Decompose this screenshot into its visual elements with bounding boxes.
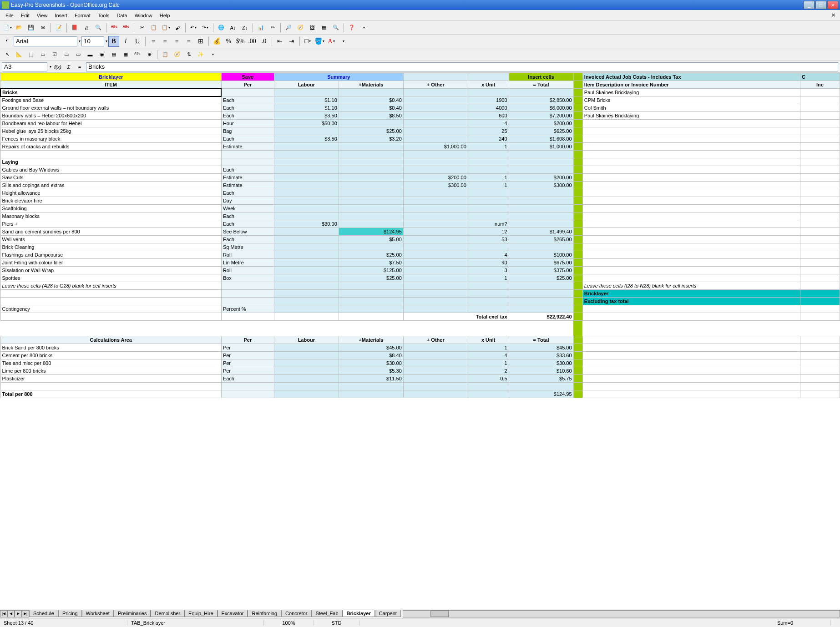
edit-file-button[interactable]: 📝 [53, 22, 64, 33]
option-button[interactable]: ◉ [96, 49, 107, 60]
undo-button[interactable]: ↶▾ [188, 22, 199, 33]
open-button[interactable]: 📂 [14, 22, 25, 33]
data-row[interactable]: Brick CleaningSq Metre [0, 243, 840, 251]
insert-cells-button[interactable]: Insert cells [509, 73, 573, 81]
align-left-button[interactable]: ≡ [148, 36, 159, 47]
data-row[interactable]: PlasticizerEach$11.500.5$5.75 [0, 375, 840, 383]
data-row[interactable]: Piers +Each$30.00num? [0, 220, 840, 228]
bricklayer-header[interactable]: Bricklayer [0, 73, 221, 81]
data-row[interactable]: Gables and Bay WindowsEach [0, 166, 840, 174]
data-row[interactable]: Brick elevator hireDay [0, 197, 840, 205]
gallery-button[interactable]: 🖼 [307, 22, 318, 33]
pushbutton-button[interactable]: ▬ [85, 49, 96, 60]
save-header-button[interactable]: Save [221, 73, 274, 81]
first-sheet-button[interactable]: |◀ [0, 610, 7, 617]
new-button[interactable]: 📄▾ [2, 22, 13, 33]
data-row[interactable]: Footings and BaseEach$1.10$0.401900$2,85… [0, 96, 840, 104]
pdf-button[interactable]: 📕 [69, 22, 80, 33]
more-controls-button[interactable]: ⊕ [144, 49, 155, 60]
leave-cells-note[interactable]: Leave these cells (A28 to G28) blank for… [0, 282, 221, 290]
laying-section[interactable]: Laying [0, 158, 221, 166]
currency-button[interactable]: 💰 [211, 36, 222, 47]
menu-data[interactable]: Data [113, 11, 131, 20]
leave-cells-note-2[interactable]: Leave these cells (I28 to N28) blank for… [582, 282, 800, 290]
menu-view[interactable]: View [33, 11, 51, 20]
summary-header-button[interactable]: Summary [274, 73, 403, 81]
data-row[interactable]: Brick Sand per 800 bricksPer$45.001$45.0… [0, 344, 840, 352]
data-row[interactable]: Saw CutsEstimate$200.001$200.00 [0, 174, 840, 182]
menu-file[interactable]: File [2, 11, 17, 20]
data-row[interactable]: Ties and misc per 800Per$30.001$30.00 [0, 359, 840, 367]
menu-help[interactable]: Help [156, 11, 174, 20]
mode-status[interactable]: STD [314, 620, 359, 626]
label-button[interactable]: ᴬᴮᶜ [132, 49, 143, 60]
close-button[interactable]: ✕ [827, 1, 838, 9]
spreadsheet-grid[interactable]: Bricklayer Save Summary Insert cells Inv… [0, 73, 840, 609]
data-row[interactable]: Repairs of cracks and rebuildsEstimate$1… [0, 143, 840, 151]
sum-button[interactable]: Σ [64, 62, 73, 71]
find-button[interactable]: 🔎 [283, 22, 294, 33]
listbox-button[interactable]: ▤ [108, 49, 119, 60]
checkbox-button[interactable]: ☑ [49, 49, 60, 60]
prev-sheet-button[interactable]: ◀ [7, 610, 15, 617]
spellcheck-button[interactable]: ᴬᴮᶜ [109, 22, 120, 33]
toolbar-more[interactable]: ▾ [358, 22, 369, 33]
cell-ref-dropdown[interactable]: ▾ [50, 65, 51, 69]
sheet-tab-worksheet[interactable]: Worksheet [82, 610, 114, 617]
decrease-indent-button[interactable]: ⇤ [274, 36, 285, 47]
menu-tools[interactable]: Tools [94, 11, 113, 20]
form-button[interactable]: ▭ [37, 49, 48, 60]
standard-format-button[interactable]: $% [235, 36, 246, 47]
data-row[interactable]: Ground floor external walls – not bounda… [0, 104, 840, 112]
textbox-button[interactable]: ▭ [61, 49, 72, 60]
data-row[interactable]: ScaffoldingWeek [0, 205, 840, 212]
data-row[interactable]: Sisalation or Wall WrapRoll$125.003$375.… [0, 267, 840, 274]
formatted-field-button[interactable]: ▭ [73, 49, 84, 60]
save-button[interactable]: 💾 [25, 22, 36, 33]
data-row[interactable]: Boundary walls – Hebel 200x600x200Each$3… [0, 112, 840, 120]
cell-reference-input[interactable] [2, 62, 47, 71]
increase-indent-button[interactable]: ⇥ [286, 36, 297, 47]
form-nav-button[interactable]: 🧭 [172, 49, 182, 60]
add-decimal-button[interactable]: .00 [247, 36, 258, 47]
sheet-tab-reinforcing[interactable]: Reinforcing [248, 610, 281, 617]
borders-button[interactable]: □▾ [302, 36, 313, 47]
menu-format[interactable]: Format [71, 11, 94, 20]
cut-button[interactable]: ✂ [137, 22, 147, 33]
function-wizard-button[interactable]: f(x) [53, 62, 62, 71]
last-sheet-button[interactable]: ▶| [22, 610, 29, 617]
email-button[interactable]: ✉ [37, 22, 48, 33]
zoom-status[interactable]: 100% [264, 620, 314, 626]
preview-button[interactable]: 🔍 [93, 22, 104, 33]
font-name-select[interactable] [14, 36, 77, 46]
redo-button[interactable]: ↷▾ [200, 22, 211, 33]
font-color-button[interactable]: A▾ [326, 36, 337, 47]
print-button[interactable]: 🖨 [81, 22, 92, 33]
navigator-button[interactable]: 🧭 [295, 22, 306, 33]
total-per-800[interactable]: Total per 800 [0, 390, 221, 398]
styles-button[interactable]: ¶ [2, 36, 13, 47]
chart-button[interactable]: 📊 [255, 22, 266, 33]
bricklayer-summary[interactable]: Bricklayer [582, 290, 800, 298]
menu-window[interactable]: Window [131, 11, 156, 20]
bricks-section[interactable]: Bricks [0, 89, 221, 96]
combobox-button[interactable]: ▦ [120, 49, 131, 60]
form-toolbar-more[interactable]: ▾ [207, 49, 218, 60]
data-row[interactable]: Joint Filling with colour fillerLin Metr… [0, 259, 840, 267]
data-row[interactable]: Bondbeam and reo labour for HebelHour$50… [0, 120, 840, 127]
select-button[interactable]: ↖ [2, 49, 13, 60]
maximize-button[interactable]: □ [815, 1, 826, 9]
data-row[interactable]: Sand and cement sundries per 800See Belo… [0, 228, 840, 236]
help-button[interactable]: ❓ [346, 22, 357, 33]
datasource-button[interactable]: ▦ [319, 22, 329, 33]
delete-decimal-button[interactable]: .0 [258, 36, 269, 47]
excl-tax-summary[interactable]: Excluding tax total [582, 298, 800, 305]
sheet-tab-preliminaries[interactable]: Preliminaries [114, 610, 151, 617]
auto-spellcheck-button[interactable]: ᴬᴮᶜ [121, 22, 132, 33]
format-paint-button[interactable]: 🖌 [172, 22, 183, 33]
data-row[interactable]: Height allowanceEach [0, 189, 840, 197]
doc-close-button[interactable]: ✕ [829, 12, 838, 18]
invoice-item[interactable]: Paul Skaines Bricklaying [582, 89, 800, 96]
bg-color-button[interactable]: 🪣▾ [314, 36, 325, 47]
format-toolbar-more[interactable]: ▾ [338, 36, 349, 47]
